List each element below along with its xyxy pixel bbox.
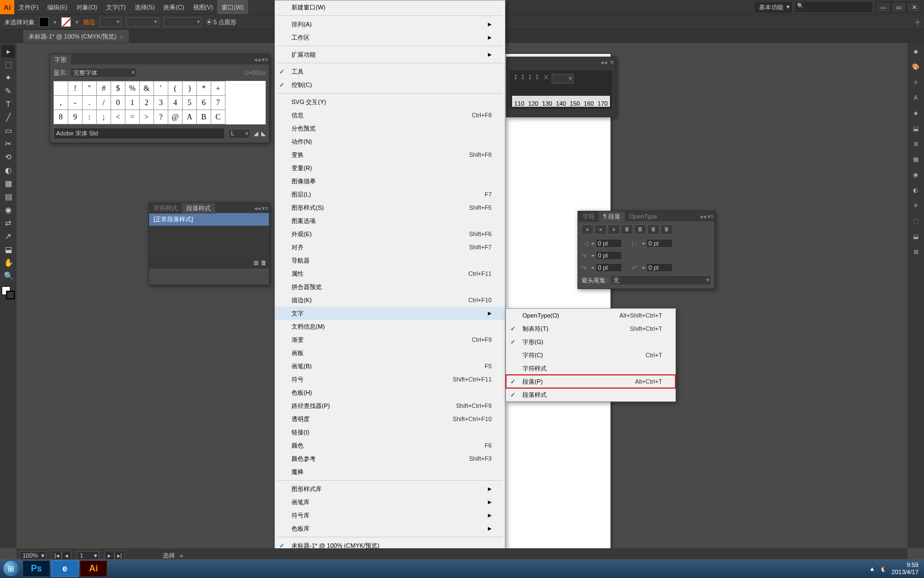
glyph-cell[interactable]: $ [111,81,125,96]
menu-效果(C)[interactable]: 效果(C) [159,0,188,14]
menu-item[interactable]: 魔棒 [275,465,505,478]
glyph-cell[interactable]: = [125,110,140,124]
menu-item[interactable]: 符号Shift+Ctrl+F11 [275,373,505,386]
menu-item[interactable]: ✓制表符(T)Shift+Ctrl+T [506,322,675,335]
panel-icon-11[interactable]: ⬚ [909,215,922,227]
taskbar-clock[interactable]: 9:59 2013/4/17 [892,561,919,576]
menu-item[interactable]: 描边(K)Ctrl+F10 [275,293,505,307]
para-styles-tab[interactable]: 段落样式 [182,203,215,214]
menu-item[interactable]: 字符样式 [506,362,675,375]
menu-item[interactable]: 图形样式库▶ [275,482,505,495]
glyph-style-dd[interactable]: L [228,129,250,139]
new-style-icon[interactable]: ⊞ [254,259,258,266]
space-after[interactable] [646,263,673,272]
menu-视图(V)[interactable]: 视图(V) [189,0,218,14]
tool-6[interactable]: ▭ [2,124,15,137]
menu-item[interactable]: 变量(R) [275,161,505,175]
workspace-switcher[interactable]: 基本功能 [755,2,792,13]
menu-item[interactable]: 颜色参考Shift+F3 [275,452,505,465]
menu-item[interactable]: ✓段落(P)Alt+Ctrl+T [506,375,675,388]
paragraph-tab[interactable]: ¶ 段落 [599,211,625,222]
justify-center[interactable]: ≣ [634,225,646,235]
menu-item[interactable]: 图像描摹 [275,175,505,188]
tool-16[interactable]: ✋ [2,257,15,269]
text-submenu[interactable]: OpenType(O)Alt+Shift+Ctrl+T✓制表符(T)Shift+… [505,308,676,402]
glyphs-panel[interactable]: 字形 ◂◂▾≡ 显示: 完整字体 U+002a !"#$%&'()*+,-./0… [50,54,270,143]
glyph-cell[interactable]: C [211,110,226,124]
glyph-cell[interactable]: 1 [125,96,140,110]
tool-11[interactable]: ▤ [2,190,15,203]
menu-item[interactable]: 信息Ctrl+F8 [275,108,505,122]
menu-item[interactable]: 渐变Ctrl+F9 [275,333,505,346]
glyph-cell[interactable]: 4 [168,96,183,110]
justify-all[interactable]: ≣ [661,225,673,235]
menu-item[interactable]: 对齐Shift+F7 [275,241,505,254]
tool-7[interactable]: ✂ [2,138,15,150]
panel-icon-12[interactable]: ⬓ [909,230,922,242]
menu-窗口(W)[interactable]: 窗口(W) [217,0,248,14]
window-minimize[interactable]: — [876,2,891,13]
menu-item[interactable]: 颜色F6 [275,439,505,452]
kinsoku-dd[interactable]: 无 [610,275,711,285]
glyph-cell[interactable]: ? [154,110,168,124]
space-before[interactable] [596,263,622,272]
menu-item[interactable]: 变换Shift+F8 [275,148,505,161]
glyph-cell[interactable]: 0 [111,96,125,110]
justify-right[interactable]: ≣ [647,225,659,235]
fill-stroke-control[interactable] [2,286,15,299]
panel-icon-1[interactable]: 🎨 [909,61,922,73]
tool-10[interactable]: ▦ [2,177,15,189]
menu-item[interactable]: 画笔库▶ [275,495,505,509]
panel-menu-icon[interactable]: ▾≡ [261,56,269,63]
menu-选择(S)[interactable]: 选择(S) [130,0,160,14]
menu-item[interactable]: ✓字形(G) [506,335,675,348]
tool-3[interactable]: ✎ [2,85,15,97]
menu-item[interactable]: 拼合器预览 [275,280,505,293]
glyph-cell[interactable]: 2 [140,96,154,110]
glyph-grid[interactable]: !"#$%&'()*+,-./0123456789:;<=>?@ABC [53,81,266,124]
menu-文字(T)[interactable]: 文字(T) [102,0,130,14]
tabs-ruler-panel[interactable]: ◂◂✕ ↧↧↧↧ X: 110120130140150160170 [506,57,616,117]
artboard-number[interactable]: 1 [77,551,99,560]
tool-8[interactable]: ⟲ [2,151,15,163]
indent-right[interactable] [646,239,673,248]
taskbar-app[interactable]: e [51,560,79,577]
panel-icon-8[interactable]: ◉ [909,168,922,181]
character-tab[interactable]: 字符 [578,211,599,222]
panel-close-icon[interactable]: ✕ [608,59,615,66]
opentype-tab[interactable]: OpenType [625,212,662,221]
menu-item[interactable]: 外观(E)Shift+F6 [275,227,505,241]
glyph-cell[interactable]: @ [168,110,183,124]
glyph-font-dd[interactable]: Adobe 宋体 Std [53,128,225,139]
menu-item[interactable]: ✓段落样式 [506,388,675,401]
tray-icon[interactable]: ▲ [869,565,875,572]
menu-对象(O)[interactable]: 对象(O) [72,0,102,14]
tool-17[interactable]: 🔍 [2,270,15,282]
char-styles-tab[interactable]: 字符样式 [149,203,182,214]
panel-collapse-icon[interactable]: ◂◂ [699,213,707,220]
glyph-cell[interactable]: . [82,96,97,110]
delete-style-icon[interactable]: 🗑 [261,259,267,266]
menu-item[interactable]: 符号库▶ [275,509,505,522]
window-maximize[interactable]: ▭ [891,2,906,13]
glyph-cell[interactable]: 9 [68,110,82,124]
glyph-show-dd[interactable]: 完整字体 [70,68,136,78]
stroke-profile[interactable] [126,17,159,27]
menu-item[interactable]: 画板 [275,346,505,359]
indent-first[interactable] [596,251,622,260]
menu-item[interactable]: ✓工具 [275,65,505,78]
glyph-cell[interactable]: " [82,81,97,96]
glyph-cell[interactable]: ( [168,81,183,96]
tool-9[interactable]: ◐ [2,164,15,176]
glyph-cell[interactable]: 7 [211,96,226,110]
glyph-cell[interactable]: & [140,81,154,96]
glyph-cell[interactable]: > [140,110,154,124]
panel-collapse-icon[interactable]: ◂◂ [254,205,261,212]
panel-collapse-icon[interactable]: ◂◂ [600,59,608,66]
menu-item[interactable]: SVG 交互(Y) [275,95,505,108]
panel-icon-2[interactable]: ≡ [909,76,922,88]
search-input[interactable] [795,2,872,12]
align-center[interactable]: ≡ [595,225,607,235]
glyph-cell[interactable]: A [183,110,197,124]
align-right[interactable]: ≡ [608,225,620,235]
